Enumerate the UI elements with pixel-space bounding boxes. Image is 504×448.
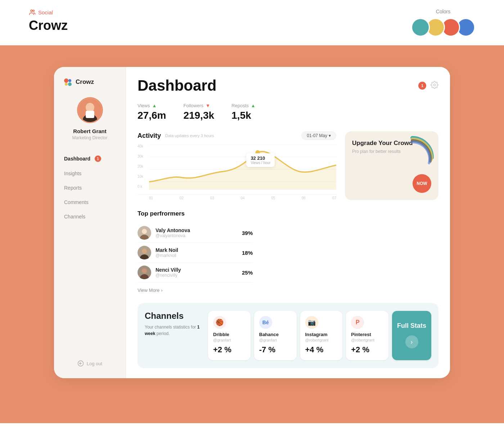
- arrow-right-icon: ›: [411, 338, 413, 346]
- sidebar-item-reports-label: Reports: [64, 185, 82, 191]
- brand-tag: Social: [29, 9, 68, 16]
- svg-point-18: [255, 150, 260, 155]
- performer-pct-3: 25%: [242, 270, 253, 276]
- channel-name-pinterest: Pinterest: [351, 332, 371, 337]
- svg-rect-9: [86, 111, 94, 118]
- dribble-icon-wrap: 🏀: [213, 316, 226, 329]
- view-more-button[interactable]: View More ›: [138, 288, 253, 293]
- performer-name-2: Mark Noil: [156, 247, 178, 253]
- sidebar-item-dashboard[interactable]: Dashboard 1: [54, 152, 126, 166]
- performer-row-3: Nenci Villy @nencivilly 25%: [138, 263, 253, 282]
- avatar-svg: [78, 97, 102, 123]
- activity-title: Activity: [138, 132, 161, 140]
- sidebar-item-dashboard-badge: 1: [95, 155, 101, 162]
- stat-views: Views ▲ 27,6m: [138, 103, 166, 121]
- sidebar-logo-text: Crowz: [76, 78, 94, 86]
- performers-section: Top perfrormers Valy Antonova @valyanton…: [138, 210, 253, 293]
- social-icon: [29, 9, 36, 16]
- logout-button[interactable]: Log out: [77, 357, 102, 370]
- chart-y-labels: 40k 30k 20k 10k 0 k: [138, 144, 149, 194]
- stat-followers-value: 219,3k: [183, 110, 214, 121]
- sidebar-item-insights[interactable]: Insights: [54, 167, 126, 180]
- performer-handle-2: @marknoil: [156, 253, 178, 258]
- header: Social Crowz Colors: [0, 0, 504, 45]
- logout-icon: [77, 360, 84, 367]
- date-range-picker[interactable]: 01-07 May ▾: [301, 131, 336, 140]
- avatar: [78, 97, 102, 123]
- date-range-text: 01-07 May: [307, 133, 327, 138]
- channel-stat-pinterest: +2 %: [351, 345, 369, 354]
- channel-card-pinterest: P Pinterest @robertgrant +2 %: [346, 311, 388, 360]
- brand-tag-text: Social: [38, 9, 53, 15]
- channel-stat-dribble: +2 %: [213, 345, 231, 354]
- sidebar-item-dashboard-label: Dashboard: [64, 156, 90, 162]
- top-section: Activity Data updates every 3 hours 01-0…: [138, 131, 438, 200]
- performer-info-1: Valy Antonova @valyantonova: [156, 227, 190, 238]
- sidebar-logo: Crowz: [54, 77, 94, 87]
- svg-point-12: [433, 84, 436, 86]
- channel-cards: 🏀 Dribble @granfart +2 % Bé Bahance @gra…: [208, 311, 431, 360]
- chart-x-labels: 01 02 03 04 05 06 07: [149, 196, 336, 200]
- upgrade-card: Upgrade Your Crowd Pro plan for better r…: [345, 131, 438, 200]
- performer-row-1: Valy Antonova @valyantonova 39%: [138, 223, 253, 243]
- stat-reposts-value: 1,5k: [231, 110, 256, 121]
- performer-handle-3: @nencivilly: [156, 273, 181, 278]
- sidebar-user-role: Marketing Director: [72, 135, 107, 140]
- stat-followers-label: Followers ▼: [183, 103, 214, 108]
- header-right: Colors: [411, 9, 475, 37]
- bahance-icon: Bé: [262, 320, 269, 325]
- channels-description: Your channels statistics for 1 week peri…: [145, 324, 202, 337]
- sidebar-item-channels[interactable]: Channels: [54, 210, 126, 223]
- performer-handle-1: @valyantonova: [156, 233, 190, 238]
- svg-point-4: [65, 83, 68, 86]
- performer-avatar-1: [138, 226, 151, 240]
- sidebar-nav: Dashboard 1 Insights Reports Comments Ch…: [54, 152, 126, 357]
- performers-title: Top perfrormers: [138, 210, 253, 217]
- channels-section: Channels Your channels statistics for 1 …: [138, 303, 438, 368]
- color-teal: [411, 18, 430, 37]
- upgrade-now-button[interactable]: NOW: [413, 174, 431, 193]
- dashboard-header: Dashboard 1: [138, 77, 438, 94]
- sidebar-item-comments[interactable]: Comments: [54, 196, 126, 209]
- gear-icon[interactable]: [431, 81, 438, 91]
- dashboard-title: Dashboard: [138, 77, 414, 94]
- logout-label: Log out: [87, 361, 102, 366]
- app-card: Crowz Robert Grant Marketing Director: [54, 67, 450, 378]
- stat-reposts-label: Reposts ▲: [231, 103, 256, 108]
- svg-point-0: [31, 10, 32, 12]
- sidebar-item-insights-label: Insights: [64, 171, 81, 176]
- instagram-icon-wrap: 📷: [305, 316, 318, 329]
- header-left: Social Crowz: [29, 9, 68, 33]
- crowz-logo-icon: [63, 77, 73, 87]
- brand-name: Crowz: [29, 18, 68, 33]
- reposts-up-icon: ▲: [251, 103, 256, 108]
- channel-name-bahance: Bahance: [259, 332, 279, 337]
- stat-views-label: Views ▲: [138, 103, 166, 108]
- performer-avatar-2: [138, 246, 151, 259]
- views-up-icon: ▲: [152, 103, 157, 108]
- activity-subtitle: Data updates every 3 hours: [165, 134, 297, 138]
- stat-views-value: 27,6m: [138, 110, 166, 121]
- stats-row: Views ▲ 27,6m Followers ▼ 219,3k Reposts: [138, 103, 438, 121]
- followers-down-icon: ▼: [206, 103, 210, 108]
- stat-followers: Followers ▼ 219,3k: [183, 103, 214, 121]
- full-stats-button[interactable]: ›: [405, 335, 418, 348]
- avatar-wrap: [77, 97, 103, 123]
- svg-point-3: [68, 79, 71, 82]
- channels-intro: Channels Your channels statistics for 1 …: [145, 311, 202, 337]
- dashboard-badge: 1: [418, 82, 426, 90]
- main-bg: Crowz Robert Grant Marketing Director: [0, 45, 504, 423]
- svg-point-26: [142, 268, 147, 273]
- middle-section: Top perfrormers Valy Antonova @valyanton…: [138, 210, 438, 293]
- svg-point-20: [142, 229, 147, 234]
- chevron-down-icon: ▾: [329, 133, 331, 138]
- sidebar-item-reports[interactable]: Reports: [54, 181, 126, 194]
- chevron-right-icon: ›: [161, 288, 162, 293]
- channel-name-instagram: Instagram: [305, 332, 328, 337]
- performer-avatar-3: [138, 266, 151, 279]
- activity-chart: 40k 30k 20k 10k 0 k: [138, 144, 336, 195]
- channel-card-dribble: 🏀 Dribble @granfart +2 %: [208, 311, 251, 360]
- chart-area: 32 210 Views / hour: [149, 144, 336, 194]
- svg-point-5: [68, 82, 72, 86]
- channel-stat-instagram: +4 %: [305, 345, 324, 354]
